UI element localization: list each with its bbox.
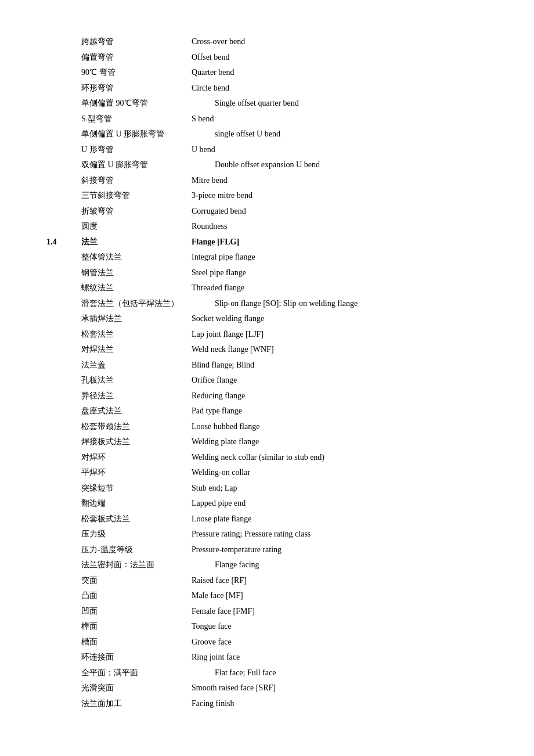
english-term: Ring joint face [192, 650, 488, 665]
english-term: Orifice flange [192, 373, 488, 388]
english-term: 3-piece mitre bend [192, 189, 488, 203]
list-item: 翻边端Lapped pipe end [46, 496, 488, 511]
chinese-term: 三节斜接弯管 [81, 189, 192, 203]
list-item: 突面Raised face [RF] [46, 574, 488, 588]
chinese-term: 法兰面加工 [81, 697, 192, 711]
english-term: Female face [FMF] [192, 604, 488, 619]
chinese-term: 突缘短节 [81, 481, 192, 496]
section-number [46, 312, 81, 326]
english-term: Circle bend [192, 81, 488, 96]
english-term: Offset bend [192, 51, 488, 65]
english-term: Tongue face [192, 620, 488, 634]
english-term: Double offset expansion U bend [215, 158, 488, 172]
english-term: Welding neck collar (similar to stub end… [192, 451, 488, 465]
chinese-term: 单侧偏置 90℃弯管 [81, 96, 215, 111]
section-number [46, 358, 81, 373]
list-item: 异径法兰Reducing flange [46, 389, 488, 404]
chinese-term: U 形弯管 [81, 143, 192, 157]
english-term: Stub end; Lap [192, 481, 488, 496]
chinese-term: 对焊环 [81, 451, 192, 465]
list-item: 法兰面加工Facing finish [46, 697, 488, 711]
section-number [46, 435, 81, 449]
section-number: 1.4 [46, 235, 81, 250]
list-item: 整体管法兰Integral pipe flange [46, 250, 488, 265]
section-number [46, 204, 81, 219]
english-term: Mitre bend [192, 174, 488, 188]
english-term: Weld neck flange [WNF] [192, 343, 488, 357]
english-term: Reducing flange [192, 389, 488, 404]
chinese-term: 盘座式法兰 [81, 404, 192, 419]
list-item: 单侧偏置 90℃弯管Single offset quarter bend [46, 96, 488, 111]
section-number [46, 174, 81, 188]
english-term: Pad type flange [192, 404, 488, 419]
chinese-term: 光滑突面 [81, 681, 192, 696]
chinese-term: 松套板式法兰 [81, 512, 192, 527]
chinese-term: 90℃ 弯管 [81, 66, 192, 80]
list-item: 平焊环Welding-on collar [46, 466, 488, 480]
list-item: 圆度Roundness [46, 219, 488, 234]
english-term: Flange facing [215, 558, 488, 573]
chinese-term: 法兰密封面：法兰面 [81, 558, 215, 573]
chinese-term: 平焊环 [81, 466, 192, 480]
section-number [46, 697, 81, 711]
list-item: 1.4法兰Flange [FLG] [46, 235, 488, 250]
section-number [46, 481, 81, 496]
section-number [46, 512, 81, 527]
chinese-term: S 型弯管 [81, 112, 192, 127]
section-number [46, 189, 81, 203]
english-term: Roundness [192, 219, 488, 234]
list-item: 孔板法兰Orifice flange [46, 373, 488, 388]
list-item: 环形弯管Circle bend [46, 81, 488, 96]
english-term: Threaded flange [192, 281, 488, 296]
chinese-term: 孔板法兰 [81, 373, 192, 388]
section-number [46, 620, 81, 634]
english-term: Lap joint flange [LJF] [192, 327, 488, 342]
main-content: 跨越弯管Cross-over bend偏置弯管Offset bend90℃ 弯管… [46, 35, 488, 711]
chinese-term: 压力-温度等级 [81, 543, 192, 557]
chinese-term: 异径法兰 [81, 389, 192, 404]
section-number [46, 451, 81, 465]
list-item: 对焊法兰Weld neck flange [WNF] [46, 343, 488, 357]
english-term: Flat face; Full face [215, 666, 488, 681]
section-number [46, 574, 81, 588]
chinese-term: 环形弯管 [81, 81, 192, 96]
english-term: U bend [192, 143, 488, 157]
english-term: Quarter bend [192, 66, 488, 80]
list-item: 螺纹法兰Threaded flange [46, 281, 488, 296]
section-number [46, 51, 81, 65]
section-number [46, 650, 81, 665]
english-term: Corrugated bend [192, 204, 488, 219]
english-term: Loose hubbed flange [192, 420, 488, 434]
section-number [46, 158, 81, 172]
list-item: 斜接弯管Mitre bend [46, 174, 488, 188]
english-term: Raised face [RF] [192, 574, 488, 588]
section-number [46, 666, 81, 681]
chinese-term: 松套法兰 [81, 327, 192, 342]
chinese-term: 榫面 [81, 620, 192, 634]
english-term: Steel pipe flange [192, 266, 488, 280]
section-number [46, 404, 81, 419]
chinese-term: 双偏置 U 膨胀弯管 [81, 158, 215, 172]
list-item: 环连接面Ring joint face [46, 650, 488, 665]
section-number [46, 281, 81, 296]
list-item: 钢管法兰Steel pipe flange [46, 266, 488, 280]
section-number [46, 250, 81, 265]
english-term: Integral pipe flange [192, 250, 488, 265]
list-item: 全平面；满平面Flat face; Full face [46, 666, 488, 681]
list-item: 凸面Male face [MF] [46, 589, 488, 603]
section-number [46, 420, 81, 434]
chinese-term: 全平面；满平面 [81, 666, 215, 681]
english-term: Welding plate flange [192, 435, 488, 449]
english-term: Male face [MF] [192, 589, 488, 603]
chinese-term: 折皱弯管 [81, 204, 192, 219]
section-number [46, 543, 81, 557]
english-term: Socket welding flange [192, 312, 488, 326]
list-item: 突缘短节Stub end; Lap [46, 481, 488, 496]
chinese-term: 法兰盖 [81, 358, 192, 373]
chinese-term: 斜接弯管 [81, 174, 192, 188]
chinese-term: 压力级 [81, 527, 192, 542]
list-item: 榫面Tongue face [46, 620, 488, 634]
chinese-term: 圆度 [81, 219, 192, 234]
list-item: 松套法兰Lap joint flange [LJF] [46, 327, 488, 342]
section-number [46, 35, 81, 49]
